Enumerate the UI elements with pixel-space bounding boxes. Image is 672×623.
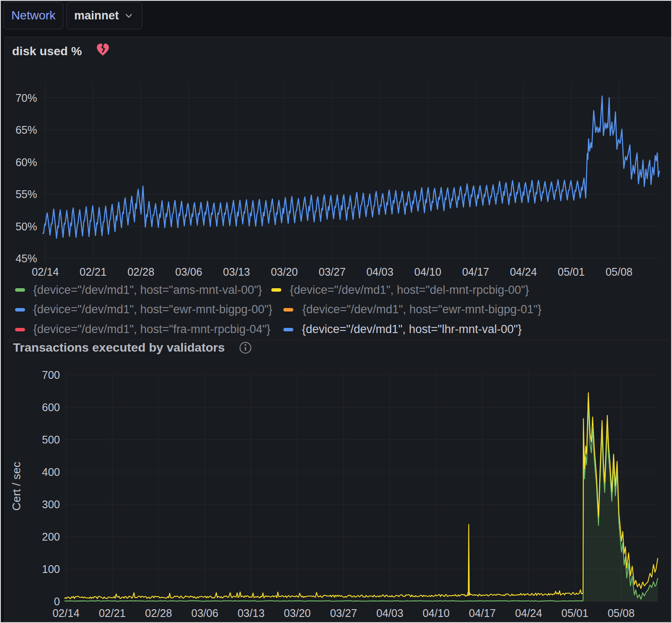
svg-text:04/24: 04/24 xyxy=(515,607,542,619)
svg-text:03/06: 03/06 xyxy=(175,266,202,278)
svg-text:55%: 55% xyxy=(16,188,37,200)
svg-text:03/27: 03/27 xyxy=(319,266,346,278)
svg-text:05/08: 05/08 xyxy=(608,607,635,619)
svg-text:04/10: 04/10 xyxy=(415,266,442,278)
svg-text:70%: 70% xyxy=(16,92,37,104)
svg-text:45%: 45% xyxy=(16,252,37,264)
svg-text:03/27: 03/27 xyxy=(330,607,357,619)
svg-text:02/21: 02/21 xyxy=(99,607,126,619)
svg-text:65%: 65% xyxy=(16,124,37,136)
svg-text:04/17: 04/17 xyxy=(469,607,496,619)
svg-text:02/14: 02/14 xyxy=(32,266,59,278)
svg-text:Cert / sec: Cert / sec xyxy=(10,462,23,510)
svg-text:05/08: 05/08 xyxy=(606,266,633,278)
svg-text:600: 600 xyxy=(42,401,60,413)
svg-text:03/20: 03/20 xyxy=(271,266,298,278)
svg-text:02/28: 02/28 xyxy=(145,607,172,619)
svg-text:03/06: 03/06 xyxy=(192,607,219,619)
svg-text:05/01: 05/01 xyxy=(562,607,589,619)
svg-text:50%: 50% xyxy=(16,220,37,233)
svg-text:500: 500 xyxy=(42,434,60,446)
svg-text:400: 400 xyxy=(42,466,60,478)
svg-text:05/01: 05/01 xyxy=(558,266,585,278)
svg-text:04/24: 04/24 xyxy=(510,266,537,278)
svg-text:02/14: 02/14 xyxy=(53,607,80,619)
svg-text:700: 700 xyxy=(42,369,60,381)
svg-text:04/10: 04/10 xyxy=(423,607,450,619)
svg-text:03/20: 03/20 xyxy=(284,607,311,619)
svg-text:04/03: 04/03 xyxy=(367,266,394,278)
svg-text:200: 200 xyxy=(42,531,60,543)
svg-text:300: 300 xyxy=(42,498,60,510)
svg-text:02/21: 02/21 xyxy=(80,266,107,278)
svg-text:03/13: 03/13 xyxy=(223,266,250,278)
svg-text:04/17: 04/17 xyxy=(462,266,489,278)
svg-text:04/03: 04/03 xyxy=(377,607,404,619)
svg-text:60%: 60% xyxy=(16,156,37,168)
svg-text:02/28: 02/28 xyxy=(127,266,154,278)
svg-text:0: 0 xyxy=(54,595,60,607)
svg-text:03/13: 03/13 xyxy=(238,607,265,619)
svg-text:100: 100 xyxy=(42,563,60,575)
